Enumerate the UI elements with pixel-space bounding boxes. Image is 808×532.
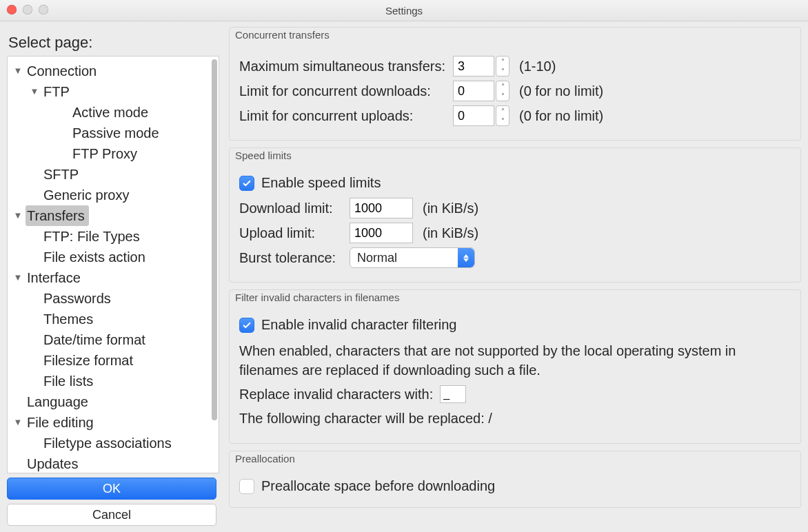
disclosure-triangle-icon[interactable]: ▼ bbox=[10, 61, 26, 81]
tree-item[interactable]: ▼Connection bbox=[10, 61, 219, 81]
tree-item-label: FTP bbox=[42, 81, 74, 102]
tree-item[interactable]: ▼Interface bbox=[10, 267, 219, 288]
enable-char-filtering-label: Enable invalid character filtering bbox=[261, 317, 457, 333]
tree-item[interactable]: ▼File editing bbox=[10, 412, 219, 433]
group-preallocation: Preallocation Preallocate space before d… bbox=[229, 451, 801, 508]
disclosure-triangle-icon[interactable]: ▼ bbox=[10, 205, 26, 226]
tree-item-label: Passive mode bbox=[71, 123, 163, 143]
tree-item[interactable]: ▼File exists action bbox=[10, 247, 219, 267]
tree-item[interactable]: ▼Active mode bbox=[10, 102, 219, 123]
concurrent-uploads-label: Limit for concurrent uploads: bbox=[239, 108, 453, 124]
zoom-icon[interactable] bbox=[39, 5, 48, 14]
minimize-icon[interactable] bbox=[23, 5, 32, 14]
tree-item[interactable]: ▼Date/time format bbox=[10, 329, 219, 350]
scroll-thumb[interactable] bbox=[212, 59, 217, 420]
disclosure-triangle-icon[interactable]: ▼ bbox=[10, 267, 26, 288]
settings-page-transfers: Concurrent transfers Maximum simultaneou… bbox=[219, 21, 808, 532]
preallocate-checkbox[interactable]: Preallocate space before downloading bbox=[239, 478, 495, 494]
page-tree[interactable]: ▼Connection▼FTP▼Active mode▼Passive mode… bbox=[8, 57, 219, 473]
tree-item[interactable]: ▼FTP Proxy bbox=[10, 143, 219, 164]
disclosure-triangle-icon[interactable]: ▼ bbox=[27, 81, 42, 102]
tree-item-label: Transfers bbox=[26, 205, 89, 226]
tree-item-label: File lists bbox=[42, 371, 97, 391]
tree-item-label: Interface bbox=[26, 267, 85, 288]
disclosure-triangle-icon[interactable]: ▼ bbox=[10, 412, 26, 433]
tree-item[interactable]: ▼Updates bbox=[10, 453, 219, 473]
upload-limit-unit: (in KiB/s) bbox=[423, 225, 478, 241]
window-title: Settings bbox=[385, 5, 423, 17]
upload-limit-label: Upload limit: bbox=[239, 225, 350, 241]
tree-item-label: Filetype associations bbox=[42, 433, 176, 453]
ok-button[interactable]: OK bbox=[7, 478, 216, 500]
tree-item-label: Themes bbox=[42, 309, 97, 329]
download-limit-unit: (in KiB/s) bbox=[423, 201, 478, 216]
tree-item-label: Language bbox=[26, 391, 92, 412]
tree-item[interactable]: ▼FTP bbox=[10, 81, 219, 102]
sidebar-header: Select page: bbox=[8, 34, 219, 52]
burst-tolerance-select[interactable]: Normal bbox=[350, 247, 475, 268]
tree-item-label: FTP Proxy bbox=[71, 143, 141, 164]
download-limit-label: Download limit: bbox=[239, 201, 350, 216]
max-transfers-hint: (1-10) bbox=[519, 59, 556, 74]
concurrent-uploads-stepper[interactable]: ˄˅ bbox=[496, 105, 509, 126]
enable-char-filtering-checkbox[interactable]: Enable invalid character filtering bbox=[239, 317, 457, 333]
tree-item[interactable]: ▼Transfers bbox=[10, 205, 219, 226]
tree-item[interactable]: ▼FTP: File Types bbox=[10, 226, 219, 247]
concurrent-downloads-stepper[interactable]: ˄˅ bbox=[496, 81, 509, 101]
group-filter-invalid-chars: Filter invalid characters in filenames E… bbox=[229, 289, 801, 444]
burst-tolerance-value: Normal bbox=[357, 251, 397, 265]
tree-item-label: Connection bbox=[26, 61, 101, 81]
replace-char-label: Replace invalid characters with: bbox=[239, 387, 433, 402]
tree-container: ▼Connection▼FTP▼Active mode▼Passive mode… bbox=[7, 56, 219, 473]
tree-item-label: FTP: File Types bbox=[42, 226, 144, 247]
replaced-char-note: The following character will be replaced… bbox=[239, 409, 791, 428]
sidebar: Select page: ▼Connection▼FTP▼Active mode… bbox=[0, 21, 219, 532]
group-concurrent-transfers: Concurrent transfers Maximum simultaneou… bbox=[229, 27, 801, 141]
upload-limit-input[interactable] bbox=[350, 223, 413, 243]
tree-item-label: Passwords bbox=[42, 288, 115, 309]
tree-item-label: SFTP bbox=[42, 164, 83, 185]
download-limit-input[interactable] bbox=[350, 198, 413, 218]
tree-item[interactable]: ▼Themes bbox=[10, 309, 219, 329]
preallocate-label: Preallocate space before downloading bbox=[261, 478, 495, 494]
group-title: Filter invalid characters in filenames bbox=[230, 290, 800, 307]
enable-speed-limits-label: Enable speed limits bbox=[261, 175, 381, 191]
concurrent-uploads-input[interactable] bbox=[453, 105, 494, 126]
tree-item[interactable]: ▼Language bbox=[10, 391, 219, 412]
titlebar[interactable]: Settings bbox=[0, 0, 808, 21]
group-speed-limits: Speed limits Enable speed limits Downloa… bbox=[229, 147, 801, 283]
cancel-button[interactable]: Cancel bbox=[7, 504, 216, 526]
enable-speed-limits-checkbox[interactable]: Enable speed limits bbox=[239, 175, 381, 191]
replace-char-input[interactable] bbox=[440, 385, 466, 403]
close-icon[interactable] bbox=[7, 5, 17, 14]
max-transfers-label: Maximum simultaneous transfers: bbox=[239, 59, 453, 74]
tree-item-label: Generic proxy bbox=[42, 185, 134, 205]
tree-item[interactable]: ▼Filetype associations bbox=[10, 433, 219, 453]
concurrent-downloads-input[interactable] bbox=[453, 81, 494, 101]
max-transfers-stepper[interactable]: ˄˅ bbox=[496, 56, 509, 76]
group-title: Concurrent transfers bbox=[230, 28, 800, 45]
scrollbar[interactable] bbox=[210, 59, 217, 470]
tree-item[interactable]: ▼SFTP bbox=[10, 164, 219, 185]
char-filtering-description: When enabled, characters that are not su… bbox=[239, 341, 791, 380]
tree-item[interactable]: ▼Passive mode bbox=[10, 123, 219, 143]
tree-item-label: File editing bbox=[26, 412, 98, 433]
tree-item-label: Updates bbox=[26, 453, 83, 473]
checkbox-icon bbox=[239, 318, 254, 333]
tree-item[interactable]: ▼Filesize format bbox=[10, 350, 219, 371]
tree-item[interactable]: ▼Passwords bbox=[10, 288, 219, 309]
concurrent-downloads-hint: (0 for no limit) bbox=[519, 83, 603, 99]
group-title: Speed limits bbox=[230, 148, 800, 165]
tree-item[interactable]: ▼Generic proxy bbox=[10, 185, 219, 205]
tree-item-label: Date/time format bbox=[42, 329, 150, 350]
window-controls bbox=[7, 5, 48, 14]
burst-tolerance-label: Burst tolerance: bbox=[239, 250, 350, 266]
tree-item[interactable]: ▼File lists bbox=[10, 371, 219, 391]
checkbox-icon bbox=[239, 479, 254, 494]
concurrent-downloads-label: Limit for concurrent downloads: bbox=[239, 83, 453, 99]
tree-item-label: Filesize format bbox=[42, 350, 137, 371]
group-title: Preallocation bbox=[230, 451, 800, 469]
concurrent-uploads-hint: (0 for no limit) bbox=[519, 108, 603, 124]
max-transfers-input[interactable] bbox=[453, 56, 494, 76]
tree-item-label: Active mode bbox=[71, 102, 152, 123]
